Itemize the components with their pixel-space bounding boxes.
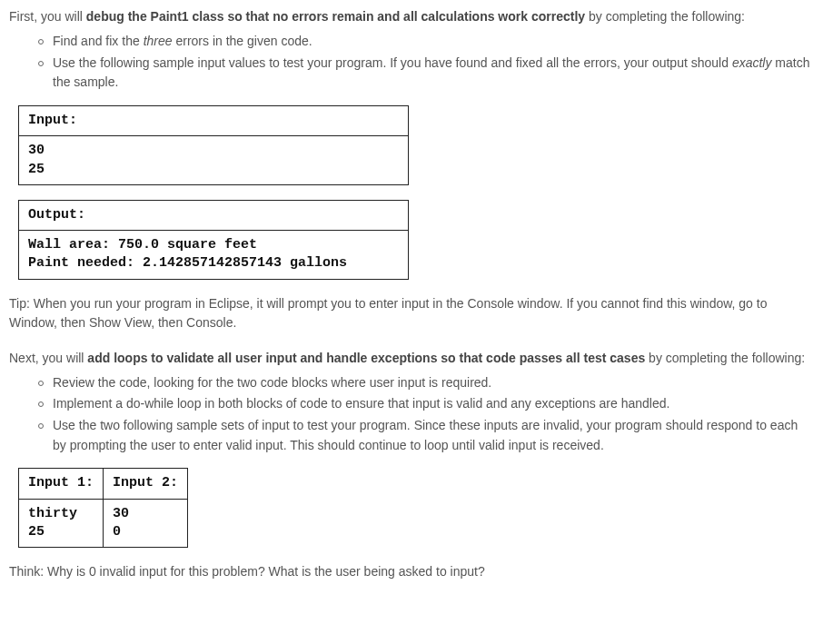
input-table: Input: 30 25 <box>18 105 409 185</box>
second-bullet-list: Review the code, looking for the two cod… <box>9 373 814 456</box>
bullet-item: Find and fix the three errors in the giv… <box>38 32 814 52</box>
output-header: Output: <box>19 200 409 230</box>
input-body: 30 25 <box>19 136 409 185</box>
intro-bold: debug the Paint1 class so that no errors… <box>86 9 585 24</box>
input2-header: Input 2: <box>104 469 188 499</box>
next-suffix: by completing the following: <box>645 351 805 365</box>
bullet-item: Use the following sample input values to… <box>38 54 814 93</box>
intro-paragraph: First, you will debug the Paint1 class s… <box>9 7 814 26</box>
bullet-item: Implement a do-while loop in both blocks… <box>38 394 814 414</box>
input1-header: Input 1: <box>19 469 104 499</box>
input-header: Input: <box>19 106 409 136</box>
next-paragraph: Next, you will add loops to validate all… <box>9 349 814 368</box>
bullet-text: Review the code, looking for the two cod… <box>53 375 491 390</box>
first-bullet-list: Find and fix the three errors in the giv… <box>9 32 814 93</box>
bullet-text: Use the following sample input values to… <box>53 55 732 70</box>
bullet-italic: exactly <box>732 55 772 70</box>
intro-prefix: First, you will <box>9 9 86 24</box>
bullet-italic: three <box>144 34 173 48</box>
output-body: Wall area: 750.0 square feet Paint neede… <box>19 231 409 280</box>
bullet-text: Use the two following sample sets of inp… <box>53 418 798 452</box>
bullet-text: Implement a do-while loop in both blocks… <box>53 396 669 411</box>
intro-suffix: by completing the following: <box>585 9 745 24</box>
bullet-item: Review the code, looking for the two cod… <box>38 373 814 393</box>
think-paragraph: Think: Why is 0 invalid input for this p… <box>9 562 814 581</box>
bullet-text: Find and fix the <box>53 34 144 48</box>
bullet-text: errors in the given code. <box>173 34 312 48</box>
next-bold: add loops to validate all user input and… <box>87 351 645 365</box>
invalid-input-table: Input 1: Input 2: thirty 25 30 0 <box>18 468 188 548</box>
next-prefix: Next, you will <box>9 351 87 365</box>
bullet-item: Use the two following sample sets of inp… <box>38 416 814 455</box>
input1-body: thirty 25 <box>19 499 104 548</box>
tip-paragraph: Tip: When you run your program in Eclips… <box>9 294 814 332</box>
input2-body: 30 0 <box>104 499 188 548</box>
output-table: Output: Wall area: 750.0 square feet Pai… <box>18 200 409 280</box>
